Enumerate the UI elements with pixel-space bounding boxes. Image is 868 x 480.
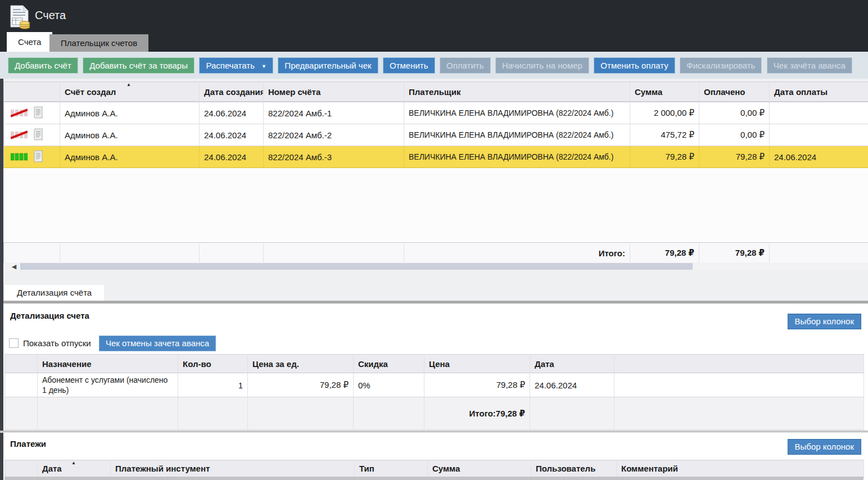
column-header-pay-amount[interactable]: Сумма bbox=[428, 460, 531, 477]
created-date-cell: 24.06.2024 bbox=[200, 102, 264, 124]
unpaid-bars-icon bbox=[11, 130, 28, 139]
column-header-date[interactable]: Дата bbox=[530, 355, 614, 373]
chevron-down-icon: ▼ bbox=[261, 64, 266, 69]
invoice-row-selected[interactable]: Админов А.А. 24.06.2024 822/2024 Амб.-3 … bbox=[4, 146, 868, 168]
paid-cell: 0,00 ₽ bbox=[699, 124, 770, 146]
column-header-trailing bbox=[614, 355, 864, 373]
cancel-advance-offset-check-button[interactable]: Чек отмены зачета аванса bbox=[99, 336, 216, 351]
total-amount: 79,28 ₽ bbox=[630, 243, 699, 264]
pay-button: Оплатить bbox=[440, 57, 491, 74]
detail-total: Итого:79,28 ₽ bbox=[424, 397, 530, 430]
column-chooser-button-detail[interactable]: Выбор колонок bbox=[788, 314, 861, 329]
show-vacations-label: Показать отпуски bbox=[23, 338, 91, 348]
number-cell: 822/2024 Амб.-3 bbox=[264, 146, 404, 168]
number-cell: 822/2024 Амб.-1 bbox=[264, 102, 404, 124]
section-divider bbox=[0, 431, 868, 433]
service-name-cell: Абонемент с услугами (начислено 1 день) bbox=[38, 373, 178, 397]
payments-scrollbar-strip[interactable] bbox=[4, 477, 864, 480]
invoices-table: Счёт создал▲ Дата создания Номер счёта П… bbox=[3, 81, 868, 270]
titlebar: Счета Счета Плательщик счетов bbox=[0, 0, 868, 52]
cancel-button[interactable]: Отменить bbox=[383, 57, 435, 74]
number-cell: 822/2024 Амб.-2 bbox=[264, 124, 404, 146]
payer-cell: ВЕЛИЧКИНА ЕЛЕНА ВЛАДИМИРОВНА (822/2024 А… bbox=[404, 146, 630, 168]
created-by-cell: Админов А.А. bbox=[60, 124, 200, 146]
receipt-icon[interactable] bbox=[33, 106, 43, 120]
column-header-instrument[interactable]: Платежный инстумент bbox=[111, 460, 355, 477]
add-goods-invoice-button[interactable]: Добавить счёт за товары bbox=[83, 57, 195, 74]
created-by-cell: Админов А.А. bbox=[60, 146, 200, 168]
empty-rows-area bbox=[3, 168, 868, 242]
add-invoice-button[interactable]: Добавить счёт bbox=[8, 57, 78, 74]
print-button[interactable]: Распечатать▼ bbox=[199, 57, 273, 74]
column-header-amount[interactable]: Сумма bbox=[630, 82, 699, 102]
tab-detalizaciya-scheta[interactable]: Детализация счёта bbox=[4, 285, 104, 301]
created-date-cell: 24.06.2024 bbox=[200, 146, 264, 168]
column-header-qty[interactable]: Кол-во bbox=[178, 355, 248, 373]
advance-offset-check-button: Чек зачёта аванса bbox=[767, 57, 852, 74]
invoice-row[interactable]: Админов А.А. 24.06.2024 822/2024 Амб.-2 … bbox=[4, 124, 868, 146]
receipt-icon[interactable] bbox=[33, 128, 43, 142]
column-header-discount[interactable]: Скидка bbox=[354, 355, 424, 373]
created-by-cell: Админов А.А. bbox=[60, 102, 200, 124]
horizontal-scrollbar[interactable]: ◀ bbox=[3, 262, 868, 270]
receipt-icon[interactable] bbox=[33, 150, 43, 164]
preliminary-check-button[interactable]: Предварительный чек bbox=[278, 57, 378, 74]
column-header-payment-date[interactable]: Дата▲ bbox=[38, 460, 111, 477]
payer-cell: ВЕЛИЧКИНА ЕЛЕНА ВЛАДИМИРОВНА (822/2024 А… bbox=[404, 124, 630, 146]
column-header-icons[interactable] bbox=[4, 82, 60, 102]
discount-cell: 0% bbox=[354, 373, 424, 397]
detail-footer-row: Итого:79,28 ₽ bbox=[5, 397, 864, 430]
total-label: Итого: bbox=[404, 243, 630, 264]
show-vacations-checkbox[interactable] bbox=[9, 338, 19, 348]
column-header-type[interactable]: Тип bbox=[355, 460, 428, 477]
invoice-coins-icon bbox=[9, 4, 30, 31]
paid-cell: 0,00 ₽ bbox=[699, 102, 770, 124]
paid-date-cell: 24.06.2024 bbox=[770, 146, 868, 168]
page-title: Счета bbox=[35, 9, 66, 22]
scrollbar-thumb[interactable] bbox=[20, 263, 693, 270]
amount-cell: 475,72 ₽ bbox=[630, 124, 699, 146]
column-header-blank[interactable] bbox=[5, 460, 38, 477]
detail-row[interactable]: Абонемент с услугами (начислено 1 день) … bbox=[5, 373, 864, 397]
tab-platelshchik-schetov[interactable]: Плательщик счетов bbox=[49, 34, 148, 52]
paid-cell: 79,28 ₽ bbox=[699, 146, 770, 168]
date-cell: 24.06.2024 bbox=[530, 373, 614, 397]
charge-to-number-button: Начислить на номер bbox=[495, 57, 589, 74]
payer-cell: ВЕЛИЧКИНА ЕЛЕНА ВЛАДИМИРОВНА (822/2024 А… bbox=[404, 102, 630, 124]
column-header-created-by[interactable]: Счёт создал▲ bbox=[60, 82, 200, 102]
column-header-unit-price[interactable]: Цена за ед. bbox=[248, 355, 354, 373]
column-header-name[interactable]: Назначение bbox=[38, 355, 178, 373]
cancel-payment-button[interactable]: Отменить оплату bbox=[594, 57, 675, 74]
column-header-number[interactable]: Номер счёта bbox=[264, 82, 404, 102]
column-header-paid[interactable]: Оплачено bbox=[699, 82, 770, 102]
fiscalize-button: Фискализировать bbox=[680, 57, 762, 74]
column-header-payer[interactable]: Плательщик bbox=[404, 82, 630, 102]
paid-date-cell bbox=[770, 124, 868, 146]
invoice-row[interactable]: Админов А.А. 24.06.2024 822/2024 Амб.-1 … bbox=[4, 102, 868, 124]
detail-section-title: Детализация счета bbox=[10, 311, 89, 320]
scroll-left-icon[interactable]: ◀ bbox=[8, 262, 20, 270]
unpaid-bars-icon bbox=[11, 108, 28, 117]
price-cell: 79,28 ₽ bbox=[424, 373, 530, 397]
tab-scheta[interactable]: Счета bbox=[7, 32, 52, 52]
amount-cell: 79,28 ₽ bbox=[630, 146, 699, 168]
sort-asc-icon: ▲ bbox=[126, 82, 131, 87]
sort-asc-icon: ▲ bbox=[71, 460, 76, 465]
qty-cell: 1 bbox=[178, 373, 248, 397]
column-header-created-date[interactable]: Дата создания bbox=[200, 82, 264, 102]
column-header-comment[interactable]: Комментарий bbox=[617, 460, 864, 477]
column-header-blank[interactable] bbox=[5, 355, 38, 373]
toolbar: Добавить счёт Добавить счёт за товары Ра… bbox=[0, 52, 868, 79]
paid-bars-icon bbox=[11, 152, 28, 161]
invoices-body: Админов А.А. 24.06.2024 822/2024 Амб.-1 … bbox=[3, 102, 868, 168]
column-header-paid-date[interactable]: Дата оплаты bbox=[770, 82, 868, 102]
detail-table: Назначение Кол-во Цена за ед. Скидка Цен… bbox=[4, 354, 864, 430]
column-header-price[interactable]: Цена bbox=[424, 355, 530, 373]
created-date-cell: 24.06.2024 bbox=[200, 124, 264, 146]
invoices-header: Счёт создал▲ Дата создания Номер счёта П… bbox=[3, 81, 868, 102]
total-paid: 79,28 ₽ bbox=[699, 243, 770, 264]
paid-date-cell bbox=[770, 102, 868, 124]
amount-cell: 2 000,00 ₽ bbox=[630, 102, 699, 124]
column-chooser-button-payments[interactable]: Выбор колонок bbox=[788, 439, 861, 455]
column-header-user[interactable]: Пользователь bbox=[531, 460, 617, 477]
